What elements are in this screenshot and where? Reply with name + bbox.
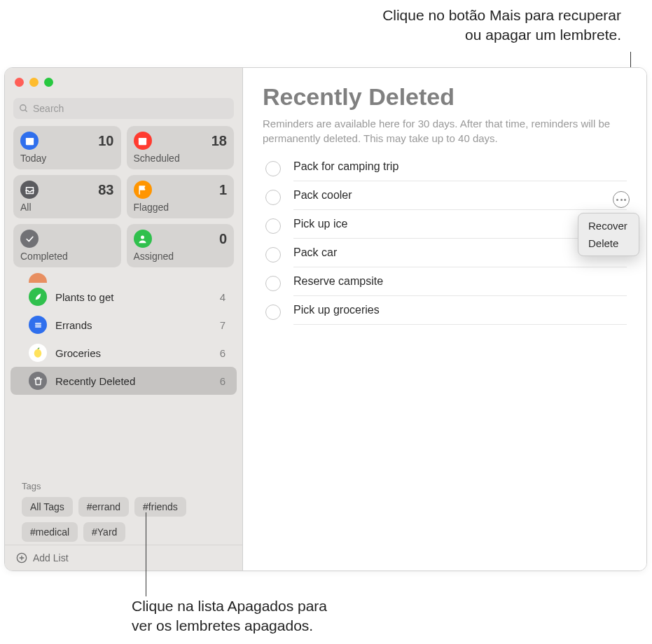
search-icon: [19, 104, 29, 113]
page-subtitle: Reminders are available here for 30 days…: [263, 116, 627, 146]
plus-circle-icon: [16, 552, 27, 564]
callout-text: Clique na lista Apagados para: [132, 596, 327, 616]
sidebar-list-groceries[interactable]: Groceries6: [11, 339, 237, 367]
svg-point-0: [20, 105, 26, 111]
smart-card-today[interactable]: 10Today: [13, 126, 121, 169]
reminder-item[interactable]: Pick up ice: [263, 210, 627, 239]
calendar-icon: [134, 132, 152, 150]
list-count: 7: [220, 319, 226, 331]
reminders-window: 10Today18Scheduled83All1FlaggedCompleted…: [4, 67, 647, 571]
my-lists-section: Plants to get4Errands7Groceries6Recently…: [5, 273, 242, 475]
callout-top: Clique no botão Mais para recuperar ou a…: [382, 6, 621, 46]
list-name: Plants to get: [55, 291, 211, 303]
svg-point-6: [141, 235, 144, 239]
calendar-icon: [20, 132, 39, 150]
more-button[interactable]: [613, 191, 630, 208]
reminder-item[interactable]: Reserve campsite: [263, 267, 627, 296]
reminder-title: Pack for camping trip: [293, 160, 627, 173]
close-button[interactable]: [15, 78, 24, 87]
reminder-item[interactable]: Pack cooler: [263, 181, 627, 210]
add-list-button[interactable]: Add List: [5, 545, 242, 570]
minimize-button[interactable]: [29, 78, 39, 87]
recover-menu-item[interactable]: Recover: [578, 217, 639, 234]
smart-label: Completed: [20, 251, 114, 262]
list-name: Errands: [55, 319, 211, 331]
smart-label: Flagged: [134, 202, 228, 213]
tag-chip[interactable]: #Yard: [83, 522, 125, 542]
search-field[interactable]: [13, 98, 234, 119]
flag-icon: [134, 181, 152, 199]
smart-card-all[interactable]: 83All: [13, 175, 121, 218]
reminder-checkbox[interactable]: [265, 161, 281, 176]
reminder-checkbox[interactable]: [265, 218, 281, 234]
smart-count: 18: [211, 133, 227, 149]
list-count: 4: [220, 291, 226, 303]
tag-chip[interactable]: #medical: [22, 522, 78, 542]
smart-label: Scheduled: [134, 153, 228, 164]
lines-icon: [29, 316, 47, 334]
smart-label: Assigned: [134, 251, 228, 262]
tag-chip[interactable]: All Tags: [22, 497, 73, 517]
smart-label: Today: [20, 153, 114, 164]
smart-count: 1: [219, 182, 227, 198]
search-input[interactable]: [33, 103, 228, 114]
sidebar-list-errands[interactable]: Errands7: [11, 311, 237, 339]
reminder-item[interactable]: Pack for camping trip: [263, 153, 627, 181]
smart-label: All: [20, 202, 114, 213]
maximize-button[interactable]: [44, 78, 53, 87]
reminder-checkbox[interactable]: [265, 304, 281, 320]
tag-chip[interactable]: #errand: [78, 497, 129, 517]
list-name: Groceries: [55, 347, 211, 359]
smart-count: 10: [98, 133, 113, 149]
svg-line-1: [25, 110, 27, 112]
tray-icon: [20, 181, 39, 199]
reminder-item[interactable]: Pick up groceries: [263, 296, 627, 325]
check-icon: [20, 230, 39, 248]
reminder-checkbox[interactable]: [265, 247, 281, 262]
smart-card-scheduled[interactable]: 18Scheduled: [127, 126, 235, 169]
tags-heading: Tags: [22, 481, 231, 491]
list-count: 6: [220, 375, 226, 387]
ellipsis-icon: [616, 199, 626, 201]
svg-rect-5: [139, 138, 146, 140]
smart-count: 83: [98, 182, 113, 198]
reminder-item[interactable]: Pack car: [263, 239, 627, 267]
callout-text: ou apagar um lembrete.: [382, 25, 621, 45]
delete-menu-item[interactable]: Delete: [578, 234, 639, 252]
reminder-checkbox[interactable]: [265, 190, 281, 205]
reminder-checkbox[interactable]: [265, 276, 281, 291]
smart-card-completed[interactable]: Completed: [13, 224, 121, 267]
reminder-title: Pack car: [293, 246, 627, 259]
list-count: 6: [220, 347, 226, 359]
svg-point-10: [34, 349, 42, 358]
callout-leader-line: [146, 512, 146, 596]
add-list-label: Add List: [33, 552, 69, 564]
trash-icon: [29, 372, 47, 390]
smart-lists-grid: 10Today18Scheduled83All1FlaggedCompleted…: [5, 126, 242, 273]
tags-section: Tags All Tags#errand#friends#medical#Yar…: [5, 475, 242, 545]
reminder-title: Pick up groceries: [293, 304, 627, 316]
main-pane: Recently Deleted Reminders are available…: [243, 68, 646, 570]
reminder-title: Pick up ice: [293, 218, 627, 230]
smart-count: 0: [219, 231, 227, 247]
list-name: Recently Deleted: [55, 375, 211, 387]
list-peek: [11, 276, 237, 283]
list-icon-partial: [29, 273, 47, 283]
lemon-icon: [29, 344, 47, 362]
page-title: Recently Deleted: [263, 83, 627, 111]
leaf-icon: [29, 288, 47, 306]
window-controls: [5, 68, 242, 94]
sidebar-list-plants-to-get[interactable]: Plants to get4: [11, 283, 237, 311]
callout-text: ver os lembretes apagados.: [132, 616, 327, 636]
callout-text: Clique no botão Mais para recuperar: [382, 6, 621, 25]
sidebar-list-recently-deleted[interactable]: Recently Deleted6: [11, 367, 237, 395]
smart-card-flagged[interactable]: 1Flagged: [127, 175, 235, 218]
smart-card-assigned[interactable]: 0Assigned: [127, 224, 235, 267]
callout-bottom: Clique na lista Apagados para ver os lem…: [132, 596, 327, 636]
more-menu-popover: Recover Delete: [578, 213, 639, 256]
tag-chip[interactable]: #friends: [134, 497, 186, 517]
person-icon: [134, 230, 152, 248]
reminder-title: Pack cooler: [293, 189, 627, 202]
sidebar: 10Today18Scheduled83All1FlaggedCompleted…: [5, 68, 243, 570]
svg-rect-3: [25, 138, 33, 140]
